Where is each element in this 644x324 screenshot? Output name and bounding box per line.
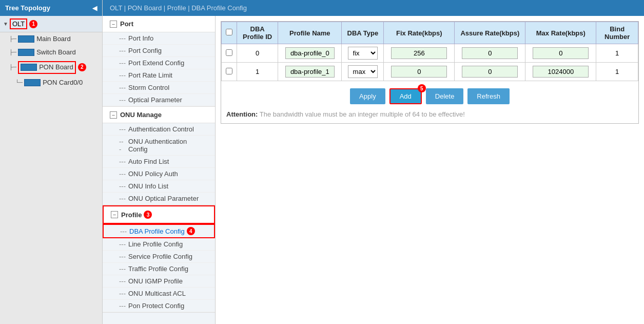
delete-button[interactable]: Delete [426,88,464,104]
row-1-bind-number: 1 [596,63,638,81]
profile-section-title: Profile [121,211,142,219]
sidebar-header: Tree Topology ◀ [0,0,102,16]
left-nav-panel: − Port --- Port Info --- Port Config ---… [103,16,216,324]
port-section-title: Port [120,20,133,28]
port-section: − Port --- Port Info --- Port Config ---… [103,16,215,107]
nav-onu-policy-auth[interactable]: --- ONU Policy Auth [103,168,215,180]
nav-storm-control[interactable]: --- Storm Control [103,82,215,94]
pon-badge-wrap: PON Board [18,61,75,73]
nav-traffic-profile-config[interactable]: --- Traffic Profile Config [103,263,215,275]
nav-onu-auth-config[interactable]: --- ONU Authentication Config [103,136,215,156]
breadcrumb-text: OLT | PON Board | Profile | DBA Profile … [110,4,247,12]
row-0-dba-type: fixmaxassureassure+fixassure+max [342,44,384,63]
row-0-assure-rate [455,44,525,63]
row-0-checkbox[interactable] [226,49,232,56]
col-dba-type: DBA Type [342,22,384,44]
dba-profile-table: DBA Profile ID Profile Name DBA Type Fix… [221,22,638,81]
row-1-profile-name-input[interactable] [285,66,335,78]
pon-board-label: PON Board [39,63,73,72]
nav-port-extend-config[interactable]: --- Port Extend Config [103,57,215,69]
port-expand-icon[interactable]: − [110,21,117,28]
row-1-dba-type: fixmaxassureassure+fixassure+max [342,63,384,81]
col-bind-number: Bind Number [596,22,638,44]
switch-expand: ├─ [9,49,16,56]
nav-dba-profile-config[interactable]: --- DBA Profile Config 4 [103,224,215,238]
refresh-button[interactable]: Refresh [467,88,510,104]
collapse-icon[interactable]: ◀ [92,5,97,12]
pon-card-icon [24,79,41,86]
onu-manage-title: ONU Manage [120,111,162,119]
nav-port-config[interactable]: --- Port Config [103,45,215,57]
nav-onu-info-list[interactable]: --- ONU Info List [103,180,215,193]
onu-manage-section: − ONU Manage --- Authentication Control … [103,107,215,205]
add-button[interactable]: Add [389,88,422,104]
row-0-id: 0 [237,44,278,63]
row-1-id: 1 [237,63,278,81]
col-assure-rate: Assure Rate(kbps) [455,22,525,44]
row-1-dba-type-select[interactable]: fixmaxassureassure+fixassure+max [348,65,378,78]
table-row: 0fixmaxassureassure+fixassure+max1 [222,44,638,63]
nav-service-profile-config[interactable]: --- Service Profile Config [103,251,215,263]
attention-row: Attention: The bandwidth value must be a… [221,108,638,123]
row-0-fix-rate-input[interactable] [391,47,447,59]
olt-node[interactable]: ▼ OLT 1 [0,16,102,32]
nav-port-rate-limit[interactable]: --- Port Rate Limit [103,69,215,82]
row-1-max-rate-input[interactable] [533,66,589,78]
select-all-checkbox[interactable] [226,29,232,35]
row-1-assure-rate [455,63,525,81]
pon-card-label: PON Card0/0 [43,78,83,87]
olt-label: OLT [12,20,25,28]
switch-board-icon [18,49,34,56]
row-1-profile-name [278,63,342,81]
pon-expand: ├─ [9,64,16,71]
col-max-rate: Max Rate(kbps) [525,22,596,44]
nav-line-profile-config[interactable]: --- Line Profile Config [103,238,215,251]
olt-badge-wrap: OLT [10,18,27,29]
row-0-max-rate-input[interactable] [533,47,589,59]
apply-button[interactable]: Apply [350,88,385,104]
breadcrumb: OLT | PON Board | Profile | DBA Profile … [103,0,644,16]
nav-port-info[interactable]: --- Port Info [103,32,215,45]
expand-icon: ▼ [3,21,8,27]
col-dba-profile-id: DBA Profile ID [237,22,278,44]
col-fix-rate: Fix Rate(kbps) [384,22,455,44]
nav-onu-optical-param[interactable]: --- ONU Optical Parameter [103,193,215,205]
sidebar-title: Tree Topology [5,4,50,12]
row-1-fix-rate-input[interactable] [391,66,447,78]
row-0-profile-name-input[interactable] [285,47,335,59]
olt-badge: 1 [29,20,37,28]
row-0-fix-rate [384,44,455,63]
attention-label: Attention: [226,110,258,118]
main-content: DBA Profile ID Profile Name DBA Type Fix… [216,16,644,324]
onu-expand-icon[interactable]: − [110,111,117,119]
switch-board-node[interactable]: ├─ Switch Board [0,46,102,59]
row-1-fix-rate [384,63,455,81]
nav-auth-control[interactable]: --- Authentication Control [103,123,215,136]
nav-optical-parameter[interactable]: --- Optical Parameter [103,94,215,106]
row-0-checkbox-cell [222,44,237,63]
profile-expand-icon[interactable]: − [111,211,118,218]
main-board-node[interactable]: ├─ Main Board [0,32,102,46]
attention-message: The bandwidth value must be an integer m… [260,110,465,118]
profile-section: − Profile 3 --- DBA Profile Config 4 ---… [103,205,215,313]
nav-pon-protect-config[interactable]: --- Pon Protect Config [103,300,215,312]
onu-manage-header[interactable]: − ONU Manage [103,107,215,123]
nav-auto-find-list[interactable]: --- Auto Find List [103,156,215,168]
nav-onu-multicast-acl[interactable]: --- ONU Multicast ACL [103,288,215,300]
pon-board-node[interactable]: ├─ PON Board 2 [0,59,102,75]
row-1-assure-rate-input[interactable] [462,66,518,78]
row-1-checkbox[interactable] [226,68,232,74]
main-board-label: Main Board [36,34,70,44]
port-section-header[interactable]: − Port [103,16,215,32]
profile-section-header[interactable]: − Profile 3 [103,205,215,224]
nav-onu-igmp-profile[interactable]: --- ONU IGMP Profile [103,275,215,288]
pon-card-node[interactable]: └─ PON Card0/0 [0,76,102,89]
row-0-bind-number: 1 [596,44,638,63]
row-0-max-rate [525,44,596,63]
main-expand: ├─ [9,35,16,43]
row-0-dba-type-select[interactable]: fixmaxassureassure+fixassure+max [348,47,378,60]
col-checkbox [222,22,237,44]
row-1-checkbox-cell [222,63,237,81]
row-0-assure-rate-input[interactable] [462,47,518,59]
add-button-badge: 5 [418,84,426,92]
